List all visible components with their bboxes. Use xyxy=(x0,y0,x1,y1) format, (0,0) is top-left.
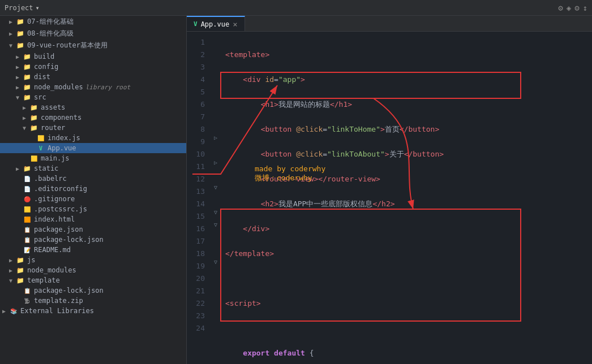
arrow-icon xyxy=(16,54,23,60)
sidebar-item-label: config xyxy=(34,63,58,71)
sidebar-item-assets[interactable]: 📁 assets xyxy=(0,102,186,112)
folder-icon: 📁 xyxy=(23,53,32,60)
sidebar-item-08[interactable]: 📁 08-组件化高级 xyxy=(0,28,186,40)
sidebar-item-static[interactable]: 📁 static xyxy=(0,163,186,174)
sidebar-item-src[interactable]: 📁 src xyxy=(0,92,186,102)
sidebar-item-label: .postcssrc.js xyxy=(34,205,87,213)
code-content[interactable]: <template> <div id="app"> <h1>我是网站的标题</h… xyxy=(221,32,592,364)
fold-icon-9[interactable]: ▷ xyxy=(214,135,217,141)
sidebar-item-editorconfig[interactable]: 📄 .editorconfig xyxy=(0,184,186,194)
tab-app-vue[interactable]: V App.vue × xyxy=(187,16,245,31)
arrow-icon xyxy=(16,74,23,80)
folder-icon: 📁 xyxy=(23,93,32,101)
vue-file-icon: V xyxy=(36,144,45,152)
sidebar-item-09[interactable]: 📁 09-vue-router基本使用 xyxy=(0,40,186,51)
fold-icon-16[interactable]: ▽ xyxy=(214,222,217,228)
code-line-3: <h1>我是网站的标题</h1> xyxy=(225,98,592,111)
js-file-icon: 🟨 xyxy=(23,205,32,213)
sidebar-item-07[interactable]: 📁 07-组件化基础 xyxy=(0,16,186,28)
tab-close-button[interactable]: × xyxy=(233,20,237,29)
sidebar-item-package-json[interactable]: 📋 package.json xyxy=(0,224,186,235)
sidebar-item-label: router xyxy=(41,124,65,132)
folder-icon: 📁 xyxy=(23,164,32,172)
fold-icon-15[interactable]: ▽ xyxy=(214,209,217,215)
sidebar-item-label: static xyxy=(34,164,58,172)
json-file-icon: 📋 xyxy=(23,236,32,244)
collapse-icon[interactable]: ↕ xyxy=(583,3,587,12)
sidebar-item-index-js[interactable]: 🟨 index.js xyxy=(0,133,186,143)
json-file-icon: 📋 xyxy=(23,287,32,294)
html-file-icon: 🟧 xyxy=(23,215,32,223)
folder-icon: 📁 xyxy=(16,256,25,264)
sidebar-item-app-vue[interactable]: V App.vue xyxy=(0,143,186,153)
fold-icon-11[interactable]: ▷ xyxy=(214,159,217,166)
arrow-icon xyxy=(23,115,29,121)
sidebar-item-label: .gitignore xyxy=(34,195,75,203)
sidebar-item-label: .babelrc xyxy=(34,175,67,183)
settings-icon[interactable]: ⚙ xyxy=(558,3,563,12)
gutter: ▷ ▷ ▽ ▽ ▽ ▽ xyxy=(211,32,221,364)
code-line-9: </template> xyxy=(225,248,592,260)
arrow-icon xyxy=(2,308,9,314)
sidebar-item-components[interactable]: 📁 components xyxy=(0,112,186,123)
code-line-11: <script> xyxy=(225,297,592,310)
sidebar-item-package-lock-json[interactable]: 📋 package-lock.json xyxy=(0,235,186,245)
folder-icon: 📁 xyxy=(23,73,32,81)
sidebar-item-template-zip[interactable]: 🗜 template.zip xyxy=(0,296,186,306)
sidebar-item-template[interactable]: 📁 template xyxy=(0,275,186,285)
arrow-icon xyxy=(16,166,23,172)
arrow-icon xyxy=(9,19,16,25)
sidebar-item-node-modules2[interactable]: 📁 node_modules xyxy=(0,265,186,275)
code-line-10 xyxy=(225,272,592,285)
sidebar-item-label: README.md xyxy=(34,246,71,254)
sidebar-item-label: js xyxy=(27,256,35,264)
sidebar-item-label: package-lock.json xyxy=(34,287,104,294)
library-root-label: library root xyxy=(85,84,130,91)
line-numbers: 123456 789101112 131415161718 1920212223… xyxy=(187,32,211,364)
sidebar-item-label: dist xyxy=(34,73,50,81)
sidebar-item-label: assets xyxy=(41,103,65,111)
arrow-icon xyxy=(23,105,29,111)
sidebar-item-gitignore[interactable]: 🔴 .gitignore xyxy=(0,194,186,204)
arrow-icon xyxy=(9,31,16,37)
expand-icon[interactable]: ⚙ xyxy=(574,3,579,12)
code-line-8: </div> xyxy=(225,223,592,235)
js-file-icon: 🟨 xyxy=(29,154,38,162)
sidebar-item-index-html[interactable]: 🟧 index.html xyxy=(0,214,186,224)
sidebar-item-babelrc[interactable]: 📄 .babelrc xyxy=(0,174,186,184)
arrow-icon xyxy=(16,94,23,101)
arrow-icon xyxy=(16,84,23,90)
sidebar-item-label: node_modules xyxy=(34,83,83,91)
sidebar-item-label: package-lock.json xyxy=(34,236,104,244)
sidebar-item-dist[interactable]: 📁 dist xyxy=(0,72,186,82)
sidebar-item-readme[interactable]: 📝 README.md xyxy=(0,245,186,255)
git-file-icon: 🔴 xyxy=(23,195,32,203)
tab-bar: V App.vue × xyxy=(187,16,592,32)
sidebar-item-package-lock2[interactable]: 📋 package-lock.json xyxy=(0,285,186,296)
sidebar-item-external-libs[interactable]: 📚 External Libraries xyxy=(0,306,186,316)
js-file-icon: 🟨 xyxy=(36,134,45,142)
locate-icon[interactable]: ◈ xyxy=(567,3,571,12)
folder-icon: 📁 xyxy=(16,266,25,274)
sidebar-item-label: main.js xyxy=(41,154,70,162)
sidebar-item-config[interactable]: 📁 config xyxy=(0,62,186,72)
code-line-4: <button @click="linkToHome">首页</button> xyxy=(225,123,592,136)
folder-icon: 📁 xyxy=(23,83,32,91)
main-layout: 📁 07-组件化基础 📁 08-组件化高级 📁 09-vue-router基本使… xyxy=(0,16,592,364)
code-container[interactable]: 123456 789101112 131415161718 1920212223… xyxy=(187,32,592,364)
fold-icon-13[interactable]: ▽ xyxy=(214,184,217,190)
sidebar-item-node-modules[interactable]: 📁 node_modules library root xyxy=(0,82,186,92)
sidebar-item-router[interactable]: 📁 router xyxy=(0,123,186,133)
fold-icon-19[interactable]: ▽ xyxy=(214,259,217,265)
sidebar-item-js[interactable]: 📁 js xyxy=(0,255,186,265)
lib-icon: 📚 xyxy=(9,307,18,315)
sidebar-item-postcssrc[interactable]: 🟨 .postcssrc.js xyxy=(0,204,186,214)
sidebar-item-build[interactable]: 📁 build xyxy=(0,51,186,62)
folder-icon: 📁 xyxy=(23,63,32,71)
zip-file-icon: 🗜 xyxy=(23,297,32,305)
folder-icon: 📁 xyxy=(16,18,25,26)
code-line-13: export default { xyxy=(225,347,592,359)
sidebar-item-main-js[interactable]: 🟨 main.js xyxy=(0,153,186,163)
code-line-5: <button @click="linkToAbout">关于</button> xyxy=(225,148,592,161)
project-title[interactable]: Project ▾ xyxy=(5,4,40,12)
